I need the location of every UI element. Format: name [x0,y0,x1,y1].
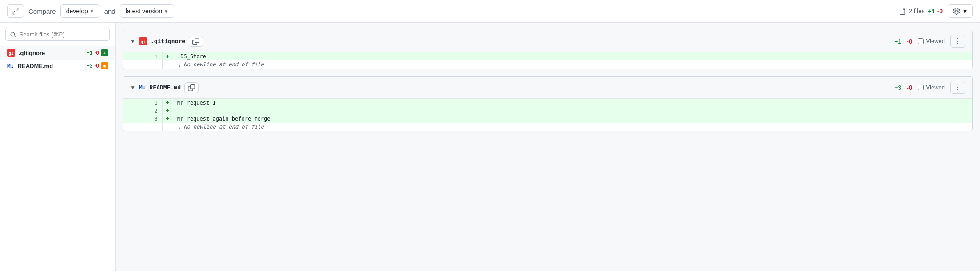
top-bar-right: 2 files +4 -0 ▼ [899,4,973,18]
line-sign: + [162,115,173,123]
files-count: 2 files +4 -0 [899,8,943,15]
diff-card-header-left-gitignore: ▼ gi .gitignore [130,36,890,47]
gitignore-viewed-checkbox[interactable] [918,38,924,44]
markdown-icon: M↓ [7,63,14,69]
svg-text:gi: gi [9,51,14,56]
line-content: \ No newline at end of file [173,60,972,68]
gitignore-icon: gi [7,49,15,57]
table-row: 2 + [123,107,972,115]
search-box[interactable] [5,28,110,41]
line-content: Mr request 1 [173,99,972,107]
markdown-header-icon: M↓ [139,84,146,91]
table-row: 1 + Mr request 1 [123,99,972,107]
line-num [123,60,143,68]
readme-header-del: -0 [907,84,912,91]
line-num [123,115,143,123]
gitignore-stat-del: -0 [94,50,99,56]
branch-to-label: latest version [126,8,162,15]
line-num [123,52,143,60]
gitignore-filename: .gitignore [19,50,83,56]
readme-diff-filename: README.md [150,84,181,91]
line-sign: + [162,107,173,115]
readme-filename: README.md [18,63,83,69]
top-bar: Compare develop ▼ and latest version ▼ 2… [0,0,980,23]
gitignore-badge: + [101,49,108,56]
line-num [123,123,143,131]
sidebar-item-readme[interactable]: M↓ README.md +3 -0 ■ [0,60,115,72]
gitignore-header-icon: gi [139,37,147,45]
chevron-down-icon: ▼ [90,9,94,14]
line-num [123,99,143,107]
gear-icon [953,8,960,15]
line-num: 2 [143,107,162,115]
gitignore-more-btn[interactable]: ⋮ [950,35,965,48]
files-icon [899,8,906,15]
readme-badge: ■ [101,62,108,69]
line-content: .DS_Store [173,52,972,60]
compare-label: Compare [28,8,56,15]
diff-card-header-readme: ▼ M↓ README.md +3 -0 Viewed [123,77,972,99]
line-content [173,107,972,115]
top-bar-left: Compare develop ▼ and latest version ▼ [7,4,894,18]
table-row: \ No newline at end of file [123,60,972,68]
diff-card-header-right-gitignore: +1 -0 Viewed ⋮ [894,35,965,48]
line-content: \ No newline at end of file [173,123,972,131]
diff-card-header-gitignore: ▼ gi .gitignore +1 -0 [123,30,972,52]
branch-from-dropdown[interactable]: develop ▼ [60,4,100,18]
line-sign: + [162,99,173,107]
gitignore-viewed-label[interactable]: Viewed [918,38,945,44]
readme-diff-table: 1 + Mr request 1 2 + 3 + Mr reque [123,99,972,131]
gitignore-header-del: -0 [907,38,912,45]
copy-icon [192,38,199,45]
readme-viewed-checkbox[interactable] [918,85,924,90]
readme-stat-del: -0 [94,63,99,69]
viewed-label-readme: Viewed [926,84,945,91]
copy-gitignore-btn[interactable] [189,36,203,47]
line-num [143,60,162,68]
settings-chevron-icon: ▼ [962,8,968,15]
files-count-label: 2 files [908,8,925,15]
swap-icon-button[interactable] [7,4,24,18]
main-layout: gi .gitignore +1 -0 + M↓ README.md +3 -0… [0,23,980,271]
gitignore-diff-table: 1 + .DS_Store \ No newline at end of fil… [123,52,972,68]
search-icon [10,32,16,38]
readme-header-add: +3 [894,84,901,91]
content-area: ▼ gi .gitignore +1 -0 [116,23,980,271]
copy-readme-btn[interactable] [184,82,199,93]
table-row: \ No newline at end of file [123,123,972,131]
readme-more-btn[interactable]: ⋮ [950,81,965,94]
sidebar-item-gitignore[interactable]: gi .gitignore +1 -0 + [0,46,115,60]
line-sign [162,60,173,68]
diff-card-readme: ▼ M↓ README.md +3 -0 Viewed [123,76,973,131]
top-diff-del: -0 [937,8,943,15]
line-sign [162,123,173,131]
line-num: 1 [143,99,162,107]
sidebar: gi .gitignore +1 -0 + M↓ README.md +3 -0… [0,23,116,271]
collapse-readme-btn[interactable]: ▼ [130,85,135,91]
gitignore-header-add: +1 [894,38,901,45]
gitignore-stat: +1 -0 + [87,49,108,56]
line-num [123,107,143,115]
branch-from-label: develop [66,8,88,15]
chevron-down-icon-2: ▼ [164,9,168,14]
viewed-label-gitignore: Viewed [926,38,945,44]
line-num: 1 [143,52,162,60]
and-label: and [104,8,116,15]
search-input[interactable] [20,31,105,38]
diff-card-gitignore: ▼ gi .gitignore +1 -0 [123,30,973,69]
swap-icon [12,8,19,15]
line-sign: + [162,52,173,60]
diff-card-header-left-readme: ▼ M↓ README.md [130,82,890,93]
line-num [143,123,162,131]
svg-text:gi: gi [140,39,145,44]
settings-button[interactable]: ▼ [948,4,973,18]
branch-to-dropdown[interactable]: latest version ▼ [120,4,174,18]
collapse-gitignore-btn[interactable]: ▼ [130,38,135,44]
top-diff-add: +4 [928,8,935,15]
readme-viewed-label[interactable]: Viewed [918,84,945,91]
copy-icon-2 [188,84,195,91]
table-row: 3 + Mr request again before merge [123,115,972,123]
diff-card-header-right-readme: +3 -0 Viewed ⋮ [894,81,965,94]
readme-stat-add: +3 [87,63,93,69]
readme-stat: +3 -0 ■ [87,62,108,69]
